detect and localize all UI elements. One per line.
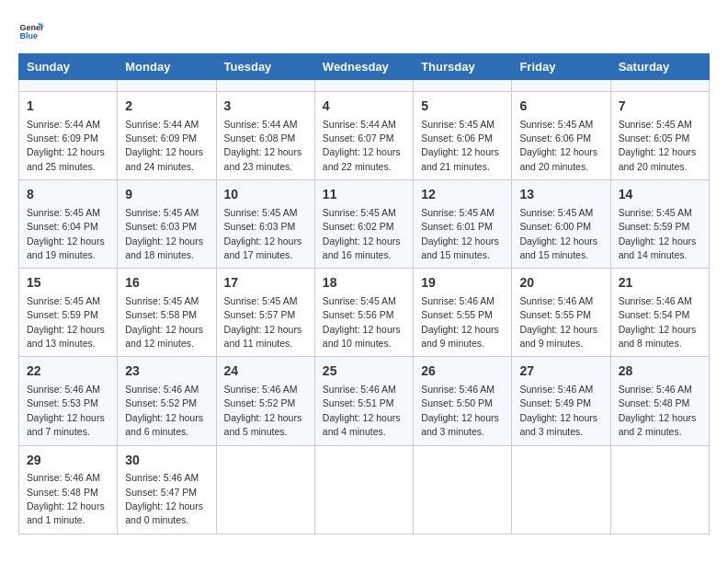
calendar-cell: 11Sunrise: 5:45 AM Sunset: 6:02 PM Dayli…	[314, 180, 413, 269]
calendar-cell: 3Sunrise: 5:44 AM Sunset: 6:08 PM Daylig…	[216, 92, 314, 180]
day-detail: Sunrise: 5:45 AM Sunset: 5:58 PM Dayligh…	[125, 295, 203, 349]
calendar-cell: 26Sunrise: 5:46 AM Sunset: 5:50 PM Dayli…	[414, 357, 512, 445]
calendar-cell: 29Sunrise: 5:46 AM Sunset: 5:48 PM Dayli…	[19, 445, 118, 534]
svg-text:Blue: Blue	[19, 31, 38, 40]
calendar-cell	[414, 445, 512, 534]
calendar-cell: 6Sunrise: 5:45 AM Sunset: 6:06 PM Daylig…	[512, 92, 610, 180]
calendar-cell: 18Sunrise: 5:45 AM Sunset: 5:56 PM Dayli…	[314, 269, 413, 357]
day-number: 22	[27, 362, 109, 381]
week-row-5: 22Sunrise: 5:46 AM Sunset: 5:53 PM Dayli…	[19, 357, 710, 445]
day-detail: Sunrise: 5:45 AM Sunset: 6:05 PM Dayligh…	[619, 119, 697, 172]
day-number: 18	[323, 274, 405, 293]
day-number: 21	[619, 274, 701, 293]
col-header-tuesday: Tuesday	[216, 54, 314, 80]
calendar-cell: 24Sunrise: 5:46 AM Sunset: 5:52 PM Dayli…	[216, 357, 314, 445]
day-detail: Sunrise: 5:45 AM Sunset: 5:57 PM Dayligh…	[224, 295, 302, 349]
col-header-thursday: Thursday	[414, 54, 512, 80]
day-detail: Sunrise: 5:45 AM Sunset: 5:59 PM Dayligh…	[619, 207, 697, 260]
day-detail: Sunrise: 5:44 AM Sunset: 6:09 PM Dayligh…	[27, 119, 105, 172]
calendar-cell: 14Sunrise: 5:45 AM Sunset: 5:59 PM Dayli…	[610, 180, 709, 269]
calendar-cell	[19, 80, 118, 92]
calendar-cell	[512, 80, 610, 92]
calendar-cell: 10Sunrise: 5:45 AM Sunset: 6:03 PM Dayli…	[216, 180, 314, 269]
week-row-4: 15Sunrise: 5:45 AM Sunset: 5:59 PM Dayli…	[19, 269, 710, 357]
day-number: 25	[323, 362, 405, 381]
calendar-cell: 19Sunrise: 5:46 AM Sunset: 5:55 PM Dayli…	[414, 269, 512, 357]
day-detail: Sunrise: 5:45 AM Sunset: 6:04 PM Dayligh…	[27, 207, 105, 260]
day-number: 19	[421, 274, 504, 293]
day-number: 5	[421, 98, 504, 116]
header: General Blue	[18, 18, 710, 44]
calendar-cell: 30Sunrise: 5:46 AM Sunset: 5:47 PM Dayli…	[118, 445, 216, 534]
day-number: 30	[125, 452, 208, 470]
calendar-cell	[118, 80, 216, 92]
calendar-cell: 1Sunrise: 5:44 AM Sunset: 6:09 PM Daylig…	[19, 92, 118, 180]
day-number: 9	[125, 186, 208, 204]
calendar-cell	[216, 445, 314, 534]
day-detail: Sunrise: 5:45 AM Sunset: 5:56 PM Dayligh…	[323, 295, 401, 349]
calendar-cell	[216, 80, 314, 92]
week-row-3: 8Sunrise: 5:45 AM Sunset: 6:04 PM Daylig…	[19, 180, 710, 269]
calendar-cell: 7Sunrise: 5:45 AM Sunset: 6:05 PM Daylig…	[610, 92, 709, 180]
day-detail: Sunrise: 5:46 AM Sunset: 5:54 PM Dayligh…	[619, 295, 697, 349]
week-row-2: 1Sunrise: 5:44 AM Sunset: 6:09 PM Daylig…	[19, 92, 710, 180]
calendar-cell: 27Sunrise: 5:46 AM Sunset: 5:49 PM Dayli…	[512, 357, 610, 445]
col-header-friday: Friday	[512, 54, 610, 80]
day-detail: Sunrise: 5:45 AM Sunset: 5:59 PM Dayligh…	[27, 295, 105, 349]
col-header-monday: Monday	[118, 54, 216, 80]
calendar-cell	[610, 80, 709, 92]
day-detail: Sunrise: 5:45 AM Sunset: 6:01 PM Dayligh…	[421, 207, 499, 260]
calendar-cell: 21Sunrise: 5:46 AM Sunset: 5:54 PM Dayli…	[610, 269, 709, 357]
day-number: 26	[421, 362, 504, 381]
calendar-table: SundayMondayTuesdayWednesdayThursdayFrid…	[18, 53, 710, 534]
calendar-cell: 23Sunrise: 5:46 AM Sunset: 5:52 PM Dayli…	[118, 357, 216, 445]
day-detail: Sunrise: 5:45 AM Sunset: 6:00 PM Dayligh…	[519, 207, 597, 260]
day-number: 12	[421, 186, 504, 204]
calendar-cell	[314, 80, 413, 92]
day-number: 10	[224, 186, 307, 204]
logo-icon: General Blue	[18, 18, 44, 44]
calendar-cell	[314, 445, 413, 534]
day-number: 28	[619, 362, 701, 381]
day-number: 23	[125, 362, 208, 381]
day-number: 29	[27, 452, 109, 470]
day-number: 15	[27, 274, 109, 293]
calendar-cell: 12Sunrise: 5:45 AM Sunset: 6:01 PM Dayli…	[414, 180, 512, 269]
day-number: 4	[323, 98, 405, 116]
day-detail: Sunrise: 5:44 AM Sunset: 6:08 PM Dayligh…	[224, 119, 302, 172]
day-detail: Sunrise: 5:45 AM Sunset: 6:03 PM Dayligh…	[224, 207, 302, 260]
day-detail: Sunrise: 5:44 AM Sunset: 6:09 PM Dayligh…	[125, 119, 203, 172]
day-detail: Sunrise: 5:45 AM Sunset: 6:02 PM Dayligh…	[323, 207, 401, 260]
calendar-cell: 8Sunrise: 5:45 AM Sunset: 6:04 PM Daylig…	[19, 180, 118, 269]
calendar-cell: 22Sunrise: 5:46 AM Sunset: 5:53 PM Dayli…	[19, 357, 118, 445]
day-detail: Sunrise: 5:46 AM Sunset: 5:55 PM Dayligh…	[421, 295, 499, 349]
calendar-cell: 9Sunrise: 5:45 AM Sunset: 6:03 PM Daylig…	[118, 180, 216, 269]
calendar-cell	[610, 445, 709, 534]
day-detail: Sunrise: 5:45 AM Sunset: 6:03 PM Dayligh…	[125, 207, 203, 260]
calendar-cell: 15Sunrise: 5:45 AM Sunset: 5:59 PM Dayli…	[19, 269, 118, 357]
col-header-wednesday: Wednesday	[314, 54, 413, 80]
day-number: 20	[519, 274, 602, 293]
day-number: 1	[27, 98, 109, 116]
calendar-cell: 2Sunrise: 5:44 AM Sunset: 6:09 PM Daylig…	[118, 92, 216, 180]
day-detail: Sunrise: 5:46 AM Sunset: 5:53 PM Dayligh…	[27, 384, 105, 437]
col-header-saturday: Saturday	[610, 54, 709, 80]
day-number: 3	[224, 98, 307, 116]
day-number: 6	[519, 98, 602, 116]
day-detail: Sunrise: 5:46 AM Sunset: 5:55 PM Dayligh…	[519, 295, 597, 349]
day-number: 14	[619, 186, 701, 204]
column-headers: SundayMondayTuesdayWednesdayThursdayFrid…	[19, 54, 710, 80]
day-number: 13	[519, 186, 602, 204]
calendar-cell: 17Sunrise: 5:45 AM Sunset: 5:57 PM Dayli…	[216, 269, 314, 357]
day-detail: Sunrise: 5:46 AM Sunset: 5:50 PM Dayligh…	[421, 384, 499, 437]
day-number: 16	[125, 274, 208, 293]
day-detail: Sunrise: 5:46 AM Sunset: 5:48 PM Dayligh…	[27, 472, 105, 525]
day-detail: Sunrise: 5:45 AM Sunset: 6:06 PM Dayligh…	[421, 119, 499, 172]
week-row-1	[19, 80, 710, 92]
day-number: 2	[125, 98, 208, 116]
calendar-cell: 28Sunrise: 5:46 AM Sunset: 5:48 PM Dayli…	[610, 357, 709, 445]
day-detail: Sunrise: 5:46 AM Sunset: 5:49 PM Dayligh…	[519, 384, 597, 437]
day-detail: Sunrise: 5:46 AM Sunset: 5:47 PM Dayligh…	[125, 472, 203, 525]
logo: General Blue	[18, 18, 44, 44]
week-row-6: 29Sunrise: 5:46 AM Sunset: 5:48 PM Dayli…	[19, 445, 710, 534]
